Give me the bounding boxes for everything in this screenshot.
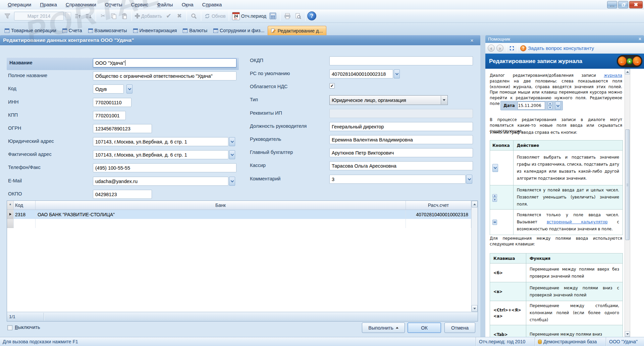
okdp-input[interactable]	[329, 56, 473, 65]
assistant-forward-button[interactable]: ›	[496, 45, 503, 52]
menu-edit[interactable]: Правка	[36, 1, 61, 8]
column-header-code[interactable]: Код	[14, 201, 36, 210]
cut-button[interactable]: ✂	[98, 11, 108, 21]
tab-inventory[interactable]: Инвентаризация	[130, 26, 180, 35]
search-button[interactable]	[189, 11, 199, 21]
ask-consultant-link[interactable]: Задать вопрос консультанту	[528, 45, 594, 51]
execute-button[interactable]: Выполнить	[362, 323, 405, 333]
legal-address-input[interactable]: 107143, г.Москва, ул.Вербная, д. 6 стр. …	[93, 137, 228, 146]
scroll-down-button[interactable]	[472, 305, 478, 312]
period-picker-button[interactable]	[65, 12, 71, 20]
menu-reports[interactable]: Отчеты	[101, 1, 127, 8]
table-icon	[133, 28, 138, 33]
tab-accounts[interactable]: Счета	[59, 26, 85, 35]
type-select[interactable]: Юридическое лицо, организация	[329, 95, 448, 105]
default-account-dropdown-button[interactable]	[394, 69, 400, 78]
status-database[interactable]: Демонстрационная база	[535, 337, 606, 346]
menu-files[interactable]: Файлы	[153, 1, 177, 8]
name-input[interactable]: ООО "Удача"	[93, 58, 236, 67]
kpp-input[interactable]: 770201001	[93, 111, 126, 120]
scrollbar-thumb[interactable]	[625, 129, 630, 240]
topic-up-button[interactable]: ▲	[627, 58, 633, 64]
email-input[interactable]: udacha@yandex.ru	[93, 177, 228, 186]
table-row[interactable]: 2318 ОАО БАНК "РАЗВИТИЕ-СТОЛИЦА" 4070281…	[7, 210, 471, 219]
print-button[interactable]	[282, 11, 293, 21]
table-icon	[213, 28, 218, 33]
paste-button[interactable]	[119, 11, 130, 21]
journal-up-button[interactable]	[72, 11, 83, 21]
close-button[interactable]: ✖	[629, 1, 643, 8]
calculator-button[interactable]	[268, 11, 278, 21]
menu-help[interactable]: Справка	[198, 1, 226, 8]
chief-accountant-input[interactable]: Арутюнов Петр Викторович	[329, 148, 473, 157]
ogrn-input[interactable]: 1234567890123	[93, 124, 152, 133]
topic-prev-button[interactable]: ←	[618, 56, 627, 66]
director-input[interactable]: Еремина Валентина Владимировна	[329, 135, 473, 144]
scroll-up-button[interactable]	[472, 201, 478, 208]
phone-input[interactable]: (495) 100-55-55	[93, 163, 236, 172]
report-period-button[interactable]: 24 MAY Отч.период	[231, 11, 268, 21]
copy-button[interactable]	[108, 11, 119, 21]
refresh-button[interactable]: Обнов	[203, 11, 227, 21]
inn-input[interactable]: 7702001110	[93, 98, 131, 107]
tab-employees[interactable]: Сотрудники и физ...	[210, 26, 267, 35]
actual-address-dropdown-button[interactable]	[229, 150, 235, 159]
minimize-button[interactable]	[607, 1, 617, 8]
menu-service[interactable]: Сервис	[127, 1, 153, 8]
status-report-period[interactable]: Отч.период: год 2010	[476, 337, 535, 346]
disable-checkbox[interactable]	[7, 325, 12, 330]
disable-checkbox-label[interactable]: Выключить	[15, 325, 40, 330]
email-dropdown-button[interactable]	[229, 177, 235, 186]
label-director: Руководитель	[250, 136, 281, 142]
delete-button[interactable]: ✖	[174, 11, 185, 21]
code-dropdown-button[interactable]	[126, 84, 132, 94]
help-button[interactable]: ?	[307, 11, 316, 20]
assistant-close-button[interactable]: ×	[639, 36, 641, 42]
scroll-up-button[interactable]	[625, 69, 630, 74]
okpo-input[interactable]: 04298123	[93, 190, 152, 199]
pager-divider	[44, 313, 44, 321]
filter-button[interactable]	[2, 11, 13, 21]
code-input[interactable]: Одув	[93, 84, 124, 94]
tab-offsets[interactable]: Взаимозачеты	[85, 26, 130, 35]
director-position-input[interactable]: Генеральный директор	[329, 122, 473, 131]
tab-edit-contractor[interactable]: Редактирование д...	[268, 26, 326, 35]
ok-button[interactable]: ОК	[408, 323, 441, 333]
menu-directories[interactable]: Справочники	[61, 1, 101, 8]
tab-goods-operations[interactable]: Товарные операции	[2, 26, 59, 35]
vat-checkbox[interactable]: ✔	[329, 83, 335, 89]
scroll-down-button[interactable]	[625, 331, 630, 337]
full-name-input[interactable]: Общество с ограниченой ответственностью …	[93, 71, 236, 80]
actual-address-input[interactable]: 107143, г.Москва, ул.Вербная, д. 6 стр. …	[93, 150, 228, 159]
default-account-input[interactable]: 40702810400010002318	[329, 69, 393, 78]
cashier-input[interactable]: Тарасова Ольга Аресоновна	[329, 161, 473, 170]
table-scrollbar[interactable]	[471, 201, 478, 312]
period-range-box[interactable]: Март 2014	[14, 12, 64, 20]
print-preview-button[interactable]	[293, 11, 304, 21]
calculator-link[interactable]: встроенный калькулятор	[547, 220, 608, 224]
column-header-bank[interactable]: Банк	[36, 201, 406, 210]
topic-next-button[interactable]: →	[633, 56, 641, 66]
function-cell: Перемещение между столбцами, колонками п…	[526, 301, 623, 325]
dialog-close-button[interactable]: ×	[468, 37, 476, 44]
status-company[interactable]: ООО "Удача"	[606, 337, 644, 346]
table-corner-cell[interactable]: *	[7, 201, 14, 210]
type-select-arrow-button[interactable]	[441, 96, 447, 104]
comment-input[interactable]: 3	[329, 175, 466, 184]
comment-dropdown-button[interactable]	[466, 175, 472, 184]
assistant-expand-button[interactable]	[509, 46, 515, 51]
menu-operations[interactable]: Операции	[3, 1, 36, 8]
journal-link[interactable]: журнала	[604, 73, 622, 78]
confirm-button[interactable]: ✔	[163, 11, 174, 21]
tab-currencies[interactable]: Валюты	[180, 26, 210, 35]
journal-down-button[interactable]	[83, 11, 94, 21]
menu-windows[interactable]: Окна	[177, 1, 198, 8]
column-header-account[interactable]: Расч.счет	[406, 201, 471, 210]
restore-button[interactable]	[618, 1, 628, 8]
assistant-scrollbar[interactable]	[625, 69, 630, 337]
add-button[interactable]: Добавить	[133, 11, 163, 21]
cancel-button[interactable]: Отмена	[444, 323, 475, 333]
legal-address-dropdown-button[interactable]	[229, 137, 235, 146]
assistant-back-button[interactable]: ‹	[488, 45, 495, 52]
table-empty-row[interactable]	[7, 219, 471, 228]
